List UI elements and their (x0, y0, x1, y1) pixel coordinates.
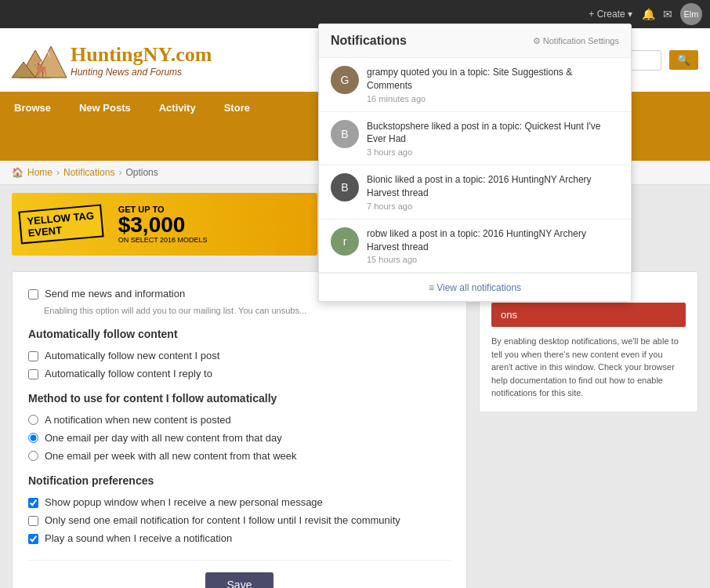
search-button[interactable]: 🔍 (669, 50, 698, 70)
notif-item[interactable]: B Bionic liked a post in a topic: 2016 H… (319, 165, 631, 220)
logo-image: 🦌 (12, 34, 71, 85)
right-panel: Mark site read ons By enabling desktop n… (479, 271, 698, 588)
svg-text:🦌: 🦌 (31, 57, 53, 78)
notif-avatar: r (331, 227, 359, 256)
pref-popup-checkbox[interactable] (28, 498, 38, 508)
auto-follow-new-checkbox[interactable] (28, 351, 38, 361)
auto-follow-reply-row: Automatically follow content I reply to (28, 368, 451, 379)
view-all-link[interactable]: ≡ View all notifications (429, 282, 521, 293)
nav-browse[interactable]: Browse (0, 94, 65, 122)
send-news-sub: Enabling this option will add you to our… (44, 306, 451, 315)
top-bar-icons: 🔔 ✉ Elm (642, 3, 702, 25)
send-news-checkbox[interactable] (28, 289, 38, 299)
method-daily-row: One email per day with all new content f… (28, 432, 451, 444)
avatar[interactable]: Elm (680, 3, 702, 25)
mail-icon[interactable]: ✉ (663, 8, 672, 20)
breadcrumb-sep2: › (118, 167, 121, 178)
auto-follow-title: Automatically follow content (28, 328, 451, 340)
notif-item[interactable]: G grampy quoted you in a topic: Site Sug… (319, 58, 631, 112)
method-notif-label[interactable]: A notification when new content is poste… (45, 414, 231, 426)
options-box[interactable]: ons (491, 303, 686, 327)
auto-follow-new-row: Automatically follow new content I post (28, 350, 451, 361)
logo-wrapper: 🦌 HuntingNY.com Hunting News and Forums (12, 34, 212, 85)
method-notif-row: A notification when new content is poste… (28, 414, 451, 426)
create-button[interactable]: + Create ▾ (589, 9, 632, 20)
notif-header: Notifications ⚙ Notification Settings (319, 24, 631, 58)
notif-message: robw liked a post in a topic: 2016 Hunti… (367, 227, 619, 254)
pref-sound-checkbox[interactable] (28, 534, 38, 544)
site-tagline: Hunting News and Forums (71, 67, 212, 78)
method-weekly-row: One email per week with all new content … (28, 450, 451, 462)
notif-text: grampy quoted you in a topic: Site Sugge… (367, 66, 619, 103)
save-button[interactable]: Save (205, 572, 274, 588)
notification-panel: Notifications ⚙ Notification Settings G … (318, 24, 632, 302)
on-select-label: ON SELECT 2016 MODELS (118, 236, 208, 244)
left-panel: Send me news and information Enabling th… (12, 271, 467, 588)
notif-settings-link[interactable]: ⚙ Notification Settings (533, 36, 619, 46)
breadcrumb-options: Options (125, 167, 158, 178)
breadcrumb-icon: 🏠 (12, 167, 24, 178)
breadcrumb-home[interactable]: Home (27, 167, 53, 178)
notif-list: G grampy quoted you in a topic: Site Sug… (319, 58, 631, 273)
nav-store[interactable]: Store (210, 94, 264, 122)
yellow-tag-label: YELLOW TAGEVENT (18, 204, 103, 244)
breadcrumb-sep1: › (56, 167, 60, 178)
notif-time: 3 hours ago (367, 147, 619, 157)
pref-email-checkbox[interactable] (28, 516, 38, 526)
notif-text: Bionic liked a post in a topic: 2016 Hun… (367, 173, 619, 211)
logo-area: HuntingNY.com Hunting News and Forums (71, 43, 212, 78)
pref-email-row: Only send one email notification for con… (28, 514, 451, 526)
pref-title: Notification preferences (28, 474, 451, 487)
nav-activity[interactable]: Activity (145, 94, 210, 122)
method-weekly-label[interactable]: One email per week with all new content … (45, 450, 297, 462)
method-title: Method to use for content I follow autom… (28, 392, 451, 405)
pref-sound-label[interactable]: Play a sound when I receive a notificati… (45, 532, 232, 544)
notif-avatar: B (331, 173, 359, 201)
notif-text: Buckstopshere liked a post in a topic: Q… (367, 120, 619, 158)
nav-new-posts[interactable]: New Posts (65, 94, 145, 122)
notif-message: Buckstopshere liked a post in a topic: Q… (367, 120, 619, 147)
ad-banner: YELLOW TAGEVENT GET UP TO $3,000 ON SELE… (12, 193, 317, 256)
main-content: Send me news and information Enabling th… (0, 263, 710, 588)
notif-message: Bionic liked a post in a topic: 2016 Hun… (367, 173, 619, 200)
notif-avatar: G (331, 66, 359, 94)
auto-follow-new-label[interactable]: Automatically follow new content I post (45, 350, 219, 361)
pref-popup-label[interactable]: Show popup window when I receive a new p… (45, 496, 323, 508)
breadcrumb-notifications[interactable]: Notifications (63, 167, 114, 178)
notif-text: robw liked a post in a topic: 2016 Hunti… (367, 227, 619, 265)
notif-footer: ≡ View all notifications (319, 273, 631, 301)
site-name: HuntingNY.com (71, 43, 212, 67)
notif-message: grampy quoted you in a topic: Site Sugge… (367, 66, 619, 93)
method-weekly-radio[interactable] (28, 451, 38, 461)
bell-icon[interactable]: 🔔 (642, 8, 655, 20)
notif-item[interactable]: B Buckstopshere liked a post in a topic:… (319, 112, 631, 166)
auto-follow-reply-label[interactable]: Automatically follow content I reply to (45, 368, 212, 379)
method-notif-radio[interactable] (28, 415, 38, 425)
save-bar: Save (28, 560, 451, 588)
notif-avatar: B (331, 120, 359, 148)
notif-time: 15 hours ago (367, 255, 619, 264)
pref-popup-row: Show popup window when I receive a new p… (28, 496, 451, 508)
notif-time: 16 minutes ago (367, 94, 619, 103)
discount-amount: $3,000 (118, 214, 208, 236)
send-news-label[interactable]: Send me news and information (45, 288, 185, 299)
auto-follow-reply-checkbox[interactable] (28, 369, 38, 379)
notif-time: 7 hours ago (367, 201, 619, 211)
pref-email-label[interactable]: Only send one email notification for con… (45, 514, 400, 526)
method-daily-label[interactable]: One email per day with all new content f… (45, 432, 282, 444)
pref-sound-row: Play a sound when I receive a notificati… (28, 532, 451, 544)
method-daily-radio[interactable] (28, 433, 38, 443)
desktop-notif-text: By enabling desktop notifications, we'll… (491, 335, 686, 400)
notif-panel-title: Notifications (331, 34, 407, 48)
notif-item[interactable]: r robw liked a post in a topic: 2016 Hun… (319, 220, 631, 274)
